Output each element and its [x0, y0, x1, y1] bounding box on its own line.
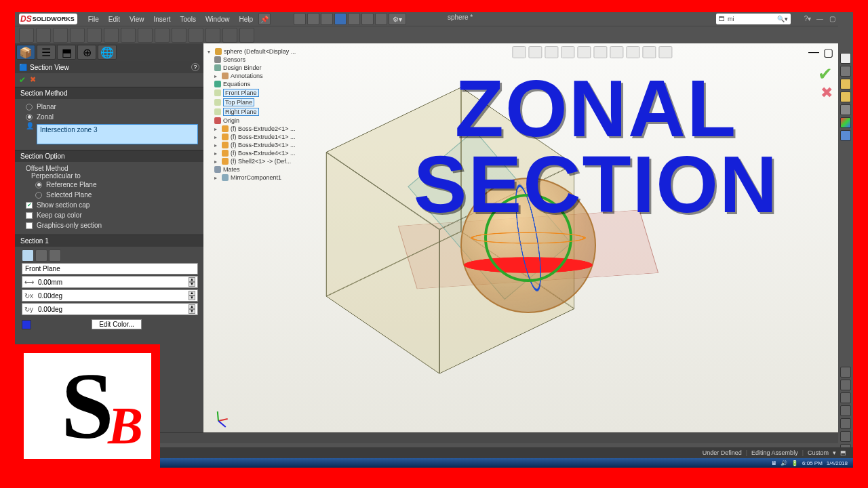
- tp-icon-a[interactable]: [840, 367, 851, 378]
- open-icon[interactable]: [307, 13, 319, 25]
- app-logo: DSSOLIDWORKS: [19, 14, 77, 24]
- tp-icon-f[interactable]: [840, 431, 851, 442]
- help-icon[interactable]: ?▾: [803, 14, 812, 23]
- cm-exploded-icon[interactable]: [189, 28, 203, 43]
- ok-button[interactable]: ✔: [19, 75, 26, 85]
- cm-new-motion-icon[interactable]: [155, 28, 170, 43]
- tab-dimxpert[interactable]: ⊕: [77, 45, 96, 60]
- radio-zonal[interactable]: Zonal: [26, 112, 198, 122]
- tab-feature-manager[interactable]: 📦: [16, 45, 35, 60]
- radio-planar[interactable]: Planar: [26, 102, 198, 112]
- restore-icon[interactable]: ▢: [827, 14, 837, 23]
- radio-reference-plane[interactable]: Reference Plane: [26, 180, 198, 190]
- radio-selected-plane[interactable]: Selected Plane: [26, 190, 198, 200]
- status-extra-icon[interactable]: ⬒: [840, 449, 846, 456]
- prev-view-icon[interactable]: [545, 46, 558, 58]
- search-input[interactable]: 🗔mi 🔍▾: [716, 14, 791, 24]
- rebuild-icon[interactable]: [375, 13, 387, 25]
- file-explorer-icon[interactable]: [840, 92, 851, 102]
- options-icon[interactable]: ⚙▾: [389, 13, 406, 25]
- cm-move-icon[interactable]: [87, 28, 102, 43]
- y-rotation-input[interactable]: ↻y▲▼: [22, 303, 198, 315]
- offset-method-label: Offset Method: [26, 165, 198, 172]
- tab-display-manager[interactable]: 🌐: [98, 45, 117, 60]
- tp-icon-c[interactable]: [840, 392, 851, 403]
- tp-icon-d[interactable]: [840, 405, 851, 416]
- status-defined: Under Defined: [703, 449, 742, 456]
- display-style-icon[interactable]: [593, 46, 607, 58]
- cm-bom-icon[interactable]: [172, 28, 186, 43]
- tp-icon-e[interactable]: [840, 418, 851, 429]
- confirm-corner-cancel[interactable]: ✖: [821, 84, 833, 102]
- select-icon[interactable]: [361, 13, 374, 25]
- apply-scene-icon[interactable]: [642, 46, 656, 58]
- tab-config-manager[interactable]: ⬒: [57, 45, 76, 60]
- view-settings-icon[interactable]: [658, 46, 672, 58]
- print-icon[interactable]: [334, 13, 347, 25]
- new-icon[interactable]: [294, 13, 306, 25]
- cm-pattern-icon[interactable]: [53, 28, 68, 43]
- cm-insert-component-icon[interactable]: [19, 28, 34, 43]
- cm-reference-icon[interactable]: [138, 28, 153, 43]
- graphics-area[interactable]: — ▢ ✕ ✔ ✖ ▾sphere (Default<Display ... S…: [203, 43, 853, 432]
- tp-icon-b[interactable]: [840, 380, 851, 390]
- tab-property-manager[interactable]: ☰: [37, 45, 56, 60]
- zone-selection-input[interactable]: Intersection zone 3: [37, 124, 198, 144]
- orbit-ring-orange: [471, 232, 586, 243]
- undo-icon[interactable]: [348, 13, 360, 25]
- check-graphics-only[interactable]: Graphics-only section: [26, 220, 198, 230]
- cm-features-icon[interactable]: [121, 28, 136, 43]
- custom-props-icon[interactable]: [840, 130, 851, 141]
- confirm-corner-ok[interactable]: ✔: [818, 64, 833, 85]
- hide-show-icon[interactable]: [610, 46, 623, 58]
- plane-front-icon[interactable]: [22, 249, 34, 262]
- menu-file[interactable]: File: [84, 14, 103, 24]
- cm-instant3d-icon[interactable]: [205, 28, 220, 43]
- plane-right-icon[interactable]: [49, 249, 61, 262]
- edit-color-button[interactable]: Edit Color...: [92, 319, 142, 329]
- cm-snapshot-icon[interactable]: [222, 28, 237, 43]
- home-icon[interactable]: [840, 53, 851, 64]
- triad-icon[interactable]: [212, 401, 236, 426]
- design-library-icon[interactable]: [840, 79, 851, 89]
- plane-top-icon[interactable]: [35, 249, 47, 262]
- section-view-icon[interactable]: [561, 46, 574, 58]
- view-palette-icon[interactable]: [840, 104, 851, 115]
- cm-more-icon[interactable]: [239, 28, 254, 43]
- zoom-area-icon[interactable]: [528, 46, 542, 58]
- cm-show-hidden-icon[interactable]: [104, 28, 119, 43]
- status-units[interactable]: Custom: [808, 449, 829, 456]
- section-color-swatch[interactable]: [22, 320, 31, 329]
- section1-header: Section 1: [15, 235, 203, 247]
- menu-tools[interactable]: Tools: [176, 14, 200, 24]
- pin-icon[interactable]: 📌: [258, 13, 271, 25]
- offset-distance-input[interactable]: ⟷▲▼: [22, 276, 198, 288]
- section-option-header: Section Option: [15, 150, 203, 162]
- save-icon[interactable]: [321, 13, 333, 25]
- zoom-fit-icon[interactable]: [512, 46, 526, 58]
- appearances-icon[interactable]: [840, 117, 851, 128]
- edit-appearance-icon[interactable]: [626, 46, 639, 58]
- doc-min-icon[interactable]: —: [808, 46, 819, 59]
- help-button[interactable]: ?: [191, 63, 199, 71]
- minimize-icon[interactable]: —: [815, 14, 825, 23]
- cm-mate-icon[interactable]: [36, 28, 51, 43]
- x-rotation-input[interactable]: ↻x▲▼: [22, 289, 198, 302]
- tray-icon[interactable]: 🔊: [781, 460, 787, 466]
- resources-icon[interactable]: [840, 66, 851, 77]
- menu-view[interactable]: View: [125, 14, 149, 24]
- menu-insert[interactable]: Insert: [150, 14, 175, 24]
- flyout-tree[interactable]: ▾sphere (Default<Display ... Sensors Des…: [208, 47, 302, 182]
- check-keep-cap-color[interactable]: Keep cap color: [26, 210, 198, 220]
- menu-help[interactable]: Help: [235, 14, 257, 24]
- view-orientation-icon[interactable]: [577, 46, 591, 58]
- check-show-cap[interactable]: ✔Show section cap: [26, 200, 198, 210]
- cancel-button[interactable]: ✖: [30, 75, 36, 85]
- menu-window[interactable]: Window: [201, 14, 234, 24]
- cm-smart-fasteners-icon[interactable]: [70, 28, 85, 43]
- menu-edit[interactable]: Edit: [104, 14, 124, 24]
- tray-icon[interactable]: 🖥: [771, 460, 776, 466]
- tray-icon[interactable]: 🔋: [791, 460, 798, 466]
- doc-restore-icon[interactable]: ▢: [823, 46, 833, 59]
- section1-plane[interactable]: Front Plane: [22, 263, 198, 274]
